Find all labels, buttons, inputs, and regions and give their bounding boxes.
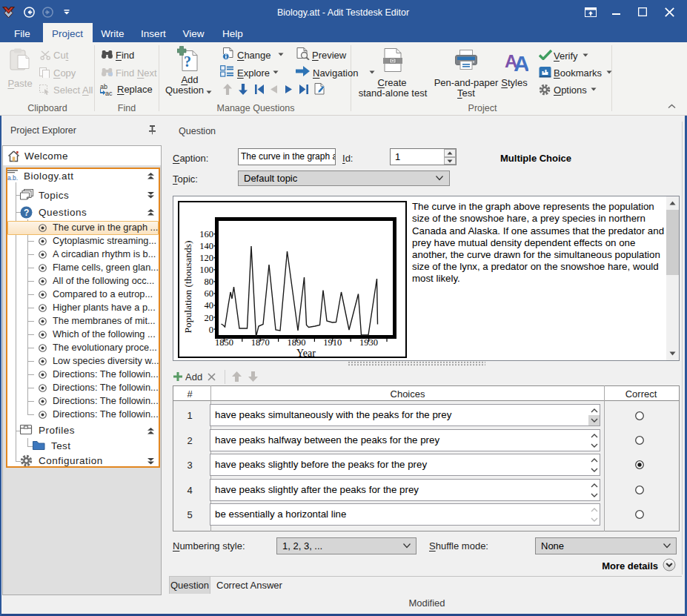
svg-text:40: 40 [205,300,214,311]
svg-text:20: 20 [205,313,214,323]
svg-text:100: 100 [199,265,213,275]
svg-text:0: 0 [209,325,213,335]
svg-text:?: ? [184,53,191,70]
svg-text:160: 160 [199,229,213,239]
svg-text:120: 120 [199,253,213,263]
svg-text:60: 60 [205,288,214,299]
svg-text:140: 140 [199,241,213,251]
svg-text:Year: Year [296,348,316,358]
svg-text:Population (thousands): Population (thousands) [182,241,193,334]
svg-text:A: A [514,51,528,72]
svg-text:?: ? [24,208,29,218]
svg-text:80: 80 [205,276,214,287]
svg-text:a.b.: a.b. [7,174,18,182]
